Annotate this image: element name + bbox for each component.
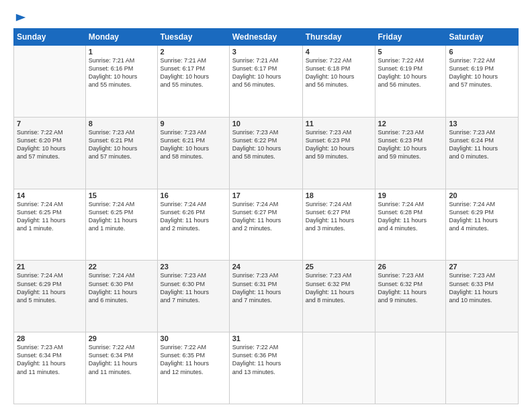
day-info: Sunrise: 7:21 AM Sunset: 6:17 PM Dayligh… (232, 56, 300, 89)
header (13, 12, 519, 21)
day-number: 12 (378, 120, 443, 128)
calendar-cell (446, 332, 519, 404)
day-info: Sunrise: 7:23 AM Sunset: 6:22 PM Dayligh… (232, 128, 300, 161)
day-info: Sunrise: 7:23 AM Sunset: 6:32 PM Dayligh… (378, 271, 443, 304)
day-number: 3 (232, 48, 300, 56)
calendar-cell: 29Sunrise: 7:22 AM Sunset: 6:34 PM Dayli… (85, 332, 157, 404)
day-info: Sunrise: 7:24 AM Sunset: 6:30 PM Dayligh… (89, 271, 154, 304)
calendar-cell: 24Sunrise: 7:23 AM Sunset: 6:31 PM Dayli… (229, 261, 302, 332)
calendar-cell: 31Sunrise: 7:22 AM Sunset: 6:36 PM Dayli… (229, 332, 302, 404)
day-info: Sunrise: 7:24 AM Sunset: 6:28 PM Dayligh… (378, 200, 443, 233)
day-of-week-header: Thursday (302, 29, 375, 46)
calendar-week-row: 21Sunrise: 7:24 AM Sunset: 6:29 PM Dayli… (14, 261, 519, 332)
day-number: 30 (161, 334, 226, 342)
calendar-cell: 2Sunrise: 7:21 AM Sunset: 6:17 PM Daylig… (157, 46, 229, 118)
calendar-cell: 8Sunrise: 7:23 AM Sunset: 6:21 PM Daylig… (85, 117, 157, 189)
day-number: 20 (449, 191, 515, 199)
calendar-cell: 26Sunrise: 7:23 AM Sunset: 6:32 PM Dayli… (375, 261, 446, 332)
calendar-cell: 19Sunrise: 7:24 AM Sunset: 6:28 PM Dayli… (375, 189, 446, 261)
day-number: 18 (306, 191, 372, 199)
day-number: 9 (161, 120, 226, 128)
day-number: 5 (378, 48, 443, 56)
day-info: Sunrise: 7:24 AM Sunset: 6:26 PM Dayligh… (161, 200, 226, 233)
day-of-week-header: Sunday (14, 29, 86, 46)
day-info: Sunrise: 7:21 AM Sunset: 6:17 PM Dayligh… (161, 56, 226, 89)
day-info: Sunrise: 7:22 AM Sunset: 6:35 PM Dayligh… (161, 343, 226, 376)
day-number: 21 (17, 263, 83, 271)
calendar-cell: 18Sunrise: 7:24 AM Sunset: 6:27 PM Dayli… (302, 189, 375, 261)
day-info: Sunrise: 7:22 AM Sunset: 6:19 PM Dayligh… (378, 56, 443, 89)
day-info: Sunrise: 7:22 AM Sunset: 6:34 PM Dayligh… (89, 343, 154, 376)
day-info: Sunrise: 7:23 AM Sunset: 6:34 PM Dayligh… (17, 343, 83, 376)
calendar-cell: 6Sunrise: 7:22 AM Sunset: 6:19 PM Daylig… (446, 46, 519, 118)
day-number: 23 (161, 263, 226, 271)
day-info: Sunrise: 7:23 AM Sunset: 6:31 PM Dayligh… (232, 271, 300, 304)
calendar-cell: 27Sunrise: 7:23 AM Sunset: 6:33 PM Dayli… (446, 261, 519, 332)
day-info: Sunrise: 7:23 AM Sunset: 6:23 PM Dayligh… (378, 128, 443, 161)
day-info: Sunrise: 7:22 AM Sunset: 6:20 PM Dayligh… (17, 128, 83, 161)
calendar-cell (302, 332, 375, 404)
calendar-cell: 22Sunrise: 7:24 AM Sunset: 6:30 PM Dayli… (85, 261, 157, 332)
day-number: 24 (232, 263, 300, 271)
day-info: Sunrise: 7:23 AM Sunset: 6:24 PM Dayligh… (449, 128, 515, 161)
calendar-cell: 21Sunrise: 7:24 AM Sunset: 6:29 PM Dayli… (14, 261, 86, 332)
calendar-header-row: SundayMondayTuesdayWednesdayThursdayFrid… (14, 29, 519, 46)
day-number: 8 (89, 120, 154, 128)
calendar-cell: 9Sunrise: 7:23 AM Sunset: 6:21 PM Daylig… (157, 117, 229, 189)
day-number: 26 (378, 263, 443, 271)
day-number: 28 (17, 334, 83, 342)
calendar-cell: 25Sunrise: 7:23 AM Sunset: 6:32 PM Dayli… (302, 261, 375, 332)
svg-marker-0 (16, 14, 26, 21)
day-info: Sunrise: 7:23 AM Sunset: 6:30 PM Dayligh… (161, 271, 226, 304)
day-number: 25 (306, 263, 372, 271)
day-info: Sunrise: 7:24 AM Sunset: 6:25 PM Dayligh… (89, 200, 154, 233)
day-info: Sunrise: 7:23 AM Sunset: 6:33 PM Dayligh… (449, 271, 515, 304)
day-number: 29 (89, 334, 154, 342)
day-of-week-header: Wednesday (229, 29, 302, 46)
page: SundayMondayTuesdayWednesdayThursdayFrid… (0, 0, 532, 411)
day-number: 15 (89, 191, 154, 199)
day-number: 10 (232, 120, 300, 128)
day-number: 6 (449, 48, 515, 56)
day-number: 19 (378, 191, 443, 199)
day-info: Sunrise: 7:24 AM Sunset: 6:29 PM Dayligh… (449, 200, 515, 233)
day-info: Sunrise: 7:23 AM Sunset: 6:23 PM Dayligh… (306, 128, 372, 161)
day-of-week-header: Tuesday (157, 29, 229, 46)
day-number: 1 (89, 48, 154, 56)
day-number: 27 (449, 263, 515, 271)
day-info: Sunrise: 7:21 AM Sunset: 6:16 PM Dayligh… (89, 56, 154, 89)
calendar-cell: 14Sunrise: 7:24 AM Sunset: 6:25 PM Dayli… (14, 189, 86, 261)
day-info: Sunrise: 7:24 AM Sunset: 6:27 PM Dayligh… (306, 200, 372, 233)
calendar-week-row: 7Sunrise: 7:22 AM Sunset: 6:20 PM Daylig… (14, 117, 519, 189)
day-number: 13 (449, 120, 515, 128)
calendar-cell: 11Sunrise: 7:23 AM Sunset: 6:23 PM Dayli… (302, 117, 375, 189)
calendar-cell: 15Sunrise: 7:24 AM Sunset: 6:25 PM Dayli… (85, 189, 157, 261)
day-number: 11 (306, 120, 372, 128)
calendar-cell: 5Sunrise: 7:22 AM Sunset: 6:19 PM Daylig… (375, 46, 446, 118)
calendar-cell: 23Sunrise: 7:23 AM Sunset: 6:30 PM Dayli… (157, 261, 229, 332)
calendar-cell: 13Sunrise: 7:23 AM Sunset: 6:24 PM Dayli… (446, 117, 519, 189)
day-info: Sunrise: 7:23 AM Sunset: 6:21 PM Dayligh… (89, 128, 154, 161)
calendar-cell: 4Sunrise: 7:22 AM Sunset: 6:18 PM Daylig… (302, 46, 375, 118)
day-info: Sunrise: 7:24 AM Sunset: 6:29 PM Dayligh… (17, 271, 83, 304)
day-of-week-header: Monday (85, 29, 157, 46)
calendar-cell: 3Sunrise: 7:21 AM Sunset: 6:17 PM Daylig… (229, 46, 302, 118)
day-number: 14 (17, 191, 83, 199)
day-info: Sunrise: 7:22 AM Sunset: 6:36 PM Dayligh… (232, 343, 300, 376)
logo-flag-icon (15, 12, 27, 24)
day-info: Sunrise: 7:22 AM Sunset: 6:18 PM Dayligh… (306, 56, 372, 89)
calendar-cell: 1Sunrise: 7:21 AM Sunset: 6:16 PM Daylig… (85, 46, 157, 118)
calendar-cell: 16Sunrise: 7:24 AM Sunset: 6:26 PM Dayli… (157, 189, 229, 261)
day-info: Sunrise: 7:23 AM Sunset: 6:21 PM Dayligh… (161, 128, 226, 161)
calendar-cell: 30Sunrise: 7:22 AM Sunset: 6:35 PM Dayli… (157, 332, 229, 404)
day-number: 17 (232, 191, 300, 199)
calendar-week-row: 1Sunrise: 7:21 AM Sunset: 6:16 PM Daylig… (14, 46, 519, 118)
calendar-cell: 20Sunrise: 7:24 AM Sunset: 6:29 PM Dayli… (446, 189, 519, 261)
day-number: 4 (306, 48, 372, 56)
calendar-cell: 10Sunrise: 7:23 AM Sunset: 6:22 PM Dayli… (229, 117, 302, 189)
day-number: 7 (17, 120, 83, 128)
calendar-cell (375, 332, 446, 404)
day-info: Sunrise: 7:24 AM Sunset: 6:25 PM Dayligh… (17, 200, 83, 233)
day-number: 22 (89, 263, 154, 271)
calendar-cell: 17Sunrise: 7:24 AM Sunset: 6:27 PM Dayli… (229, 189, 302, 261)
